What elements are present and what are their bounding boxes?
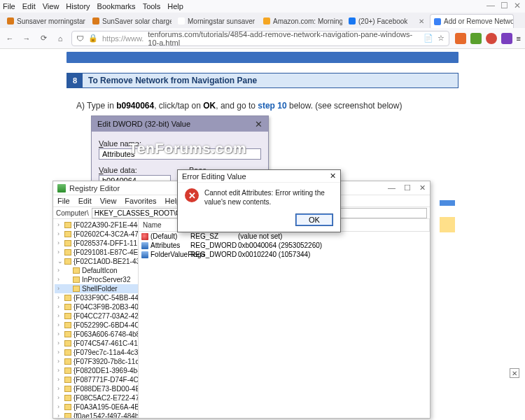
tree-node[interactable]: {F08C5AC2-E722-47 bbox=[55, 393, 138, 402]
menu-edit[interactable]: Edit bbox=[78, 197, 92, 205]
favicon bbox=[263, 18, 270, 24]
tree-node[interactable]: {F063A606-6748-4b8 bbox=[55, 330, 138, 339]
tree-node[interactable]: {F022A390-2F1E-44d bbox=[55, 220, 138, 230]
hamburger-icon[interactable]: ≡ bbox=[517, 34, 521, 43]
regedit-tree[interactable]: {F022A390-2F1E-44d{F02602C4-3C2A-473{F02… bbox=[53, 219, 139, 418]
folder-icon bbox=[64, 413, 71, 418]
tree-node[interactable]: DefaultIcon bbox=[55, 266, 138, 275]
tree-node[interactable]: {F088DE73-BD00-4E bbox=[55, 384, 138, 393]
tree-node[interactable]: {f0ae1542-f497-484b bbox=[55, 412, 138, 418]
tab-label: SunSaver solar charge cont bbox=[102, 18, 172, 25]
step10-link[interactable]: step 10 bbox=[258, 101, 286, 111]
browser-tab[interactable]: SunSaver solar charge cont✕ bbox=[88, 14, 172, 28]
error-titlebar[interactable]: Error Editing Value ✕ bbox=[178, 170, 340, 183]
folder-icon bbox=[64, 395, 71, 401]
browser-tab[interactable]: Sunsaver morningstar at D✕ bbox=[3, 14, 87, 28]
menu-view[interactable]: View bbox=[43, 2, 59, 10]
favicon bbox=[434, 18, 441, 25]
maximize-icon[interactable]: ☐ bbox=[404, 183, 411, 192]
folder-icon bbox=[64, 349, 71, 356]
menu-view[interactable]: View bbox=[100, 197, 117, 205]
list-row[interactable]: FolderValueFlagsREG_DWORD0x00102240 (105… bbox=[139, 250, 430, 259]
shield-icon[interactable]: 🛡 bbox=[76, 34, 84, 43]
favicon bbox=[7, 18, 14, 24]
step-title: To Remove Network from Navigation Pane bbox=[83, 74, 458, 88]
ad-close-icon[interactable]: ✕ bbox=[510, 368, 519, 378]
ok-button[interactable]: OK bbox=[295, 214, 333, 226]
tree-node[interactable]: {F02602C4-3C2A-473 bbox=[55, 230, 138, 239]
folder-icon bbox=[73, 286, 80, 292]
tree-node[interactable]: {F0820DE1-3969-4b4 bbox=[55, 366, 138, 375]
value-name-input[interactable] bbox=[99, 148, 261, 160]
tree-node[interactable]: {F087771F-D74F-4C1 bbox=[55, 375, 138, 384]
favicon bbox=[349, 18, 356, 24]
tree-node[interactable]: {F0285374-DFF1-11D bbox=[55, 239, 138, 248]
menu-tools[interactable]: Tools bbox=[143, 2, 161, 10]
tree-node[interactable]: {F079ec7c-11a4-4c33 bbox=[55, 348, 138, 357]
close-icon[interactable]: ✕ bbox=[255, 119, 262, 130]
menu-favorites[interactable]: Favorites bbox=[125, 197, 156, 205]
menu-bookmarks[interactable]: Bookmarks bbox=[97, 2, 136, 10]
tab-label: Amazon.com: Morningstar bbox=[273, 18, 343, 25]
list-row[interactable]: (Default)REG_SZ(value not set) bbox=[139, 232, 430, 241]
browser-tab[interactable]: Morningstar sunsaver duo ssd-2✕ bbox=[174, 14, 258, 28]
list-row[interactable]: AttributesREG_DWORD0xb0040064 (295305226… bbox=[139, 241, 430, 250]
url-bar[interactable]: 🛡 🔒 https://www.tenforums.com/tutorials/… bbox=[71, 31, 449, 46]
minimize-icon[interactable]: — bbox=[388, 183, 396, 192]
sidebar-stub-blue bbox=[440, 200, 455, 206]
favicon bbox=[92, 18, 99, 24]
forward-button[interactable]: → bbox=[21, 34, 32, 43]
reader-icon[interactable]: 📄 bbox=[424, 34, 433, 43]
close-icon[interactable]: ✕ bbox=[514, 1, 521, 10]
menu-help[interactable]: Help bbox=[167, 2, 183, 10]
close-icon[interactable]: ✕ bbox=[419, 183, 426, 192]
folder-icon bbox=[64, 386, 71, 392]
maximize-icon[interactable]: ☐ bbox=[500, 1, 508, 10]
folder-icon bbox=[73, 276, 80, 283]
step-number: 8 bbox=[67, 74, 83, 88]
folder-icon bbox=[64, 368, 71, 374]
close-icon[interactable]: ✕ bbox=[330, 172, 336, 181]
tab-close-icon[interactable]: ✕ bbox=[419, 18, 424, 25]
value-icon bbox=[141, 242, 148, 249]
tree-node[interactable]: {F052299C-6BD4-4C40 bbox=[55, 321, 138, 330]
tree-node[interactable]: {F074C547-461C-414 bbox=[55, 339, 138, 348]
menu-history[interactable]: History bbox=[66, 2, 90, 10]
tree-node[interactable]: {F04CC277-03A2-423 bbox=[55, 312, 138, 321]
menu-file[interactable]: File bbox=[57, 197, 70, 205]
browser-tab[interactable]: (20+) Facebook✕ bbox=[344, 14, 428, 28]
menu-edit[interactable]: Edit bbox=[22, 2, 36, 10]
home-button[interactable]: ⌂ bbox=[55, 34, 66, 43]
reload-button[interactable]: ⟳ bbox=[38, 34, 49, 43]
firefox-menubar: File Edit View History Bookmarks Tools H… bbox=[0, 0, 525, 13]
tree-node[interactable]: {F0291081-E87C-4E0 bbox=[55, 248, 138, 257]
tree-node[interactable]: ShellFolder bbox=[55, 284, 138, 293]
ext-icon-2[interactable] bbox=[470, 33, 482, 44]
folder-icon bbox=[64, 404, 71, 410]
tree-node[interactable]: {F07F3920-7b8c-11cf bbox=[55, 357, 138, 366]
firefox-tabstrip: Sunsaver morningstar at D✕SunSaver solar… bbox=[0, 13, 525, 28]
edit-dword-titlebar[interactable]: Edit DWORD (32-bit) Value ✕ bbox=[92, 116, 268, 132]
tree-node[interactable]: {F0A3A195-0E6A-4B bbox=[55, 402, 138, 412]
browser-tab[interactable]: Amazon.com: Morningstar✕ bbox=[259, 14, 343, 28]
tree-node[interactable]: InProcServer32 bbox=[55, 275, 138, 284]
browser-tab[interactable]: Add or Remove Network fr✕ bbox=[430, 14, 514, 28]
back-button[interactable]: ← bbox=[4, 34, 15, 43]
regedit-list[interactable]: Name Type Data (Default)REG_SZ(value not… bbox=[139, 219, 430, 418]
lock-icon: 🔒 bbox=[88, 34, 98, 43]
ext-icon-4[interactable] bbox=[501, 33, 512, 44]
tree-node[interactable]: {F04C3F9B-20B3-40E bbox=[55, 302, 138, 312]
firefox-toolbar: ← → ⟳ ⌂ 🛡 🔒 https://www.tenforums.com/tu… bbox=[0, 28, 525, 49]
bookmark-star-icon[interactable]: ☆ bbox=[438, 34, 444, 43]
ext-icon-1[interactable] bbox=[455, 33, 466, 44]
error-icon: ✕ bbox=[185, 188, 199, 202]
folder-icon bbox=[64, 322, 71, 328]
menu-file[interactable]: File bbox=[3, 2, 15, 10]
ext-icon-3[interactable] bbox=[486, 33, 497, 44]
tab-label: Morningstar sunsaver duo ssd-2 bbox=[188, 18, 258, 25]
tree-node[interactable]: {F02C1A0D-BE21-43 bbox=[55, 257, 138, 266]
tree-node[interactable]: {F033F90C-54BB-44C bbox=[55, 293, 138, 302]
folder-icon bbox=[64, 304, 71, 310]
step-header: 8 To Remove Network from Navigation Pane bbox=[66, 73, 458, 88]
minimize-icon[interactable]: — bbox=[486, 1, 495, 10]
